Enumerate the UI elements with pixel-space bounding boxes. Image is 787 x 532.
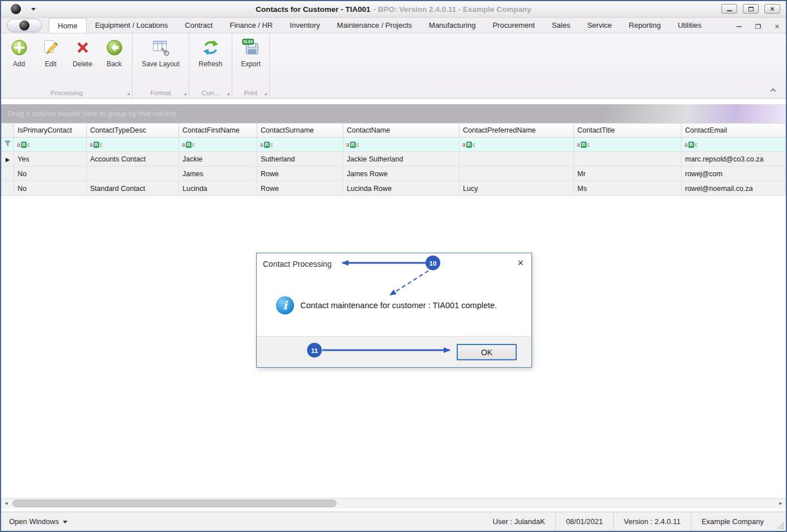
cell-contactname[interactable]: Lucinda Rowe (343, 181, 460, 196)
scroll-right-icon[interactable]: ► (776, 501, 786, 506)
column-header-isprimarycontact[interactable]: IsPrimaryContact (14, 124, 87, 138)
group-dialog-launcher-icon[interactable] (127, 92, 130, 95)
add-button[interactable]: Add (3, 37, 35, 87)
cell-contactemail[interactable]: rowej@com (682, 167, 786, 181)
cell-isprimarycontact[interactable]: Yes (14, 152, 87, 167)
cell-contacttypedesc[interactable]: Accounts Contact (87, 152, 179, 167)
cell-contactemail[interactable]: marc.repsold@co3.co.za (682, 152, 786, 167)
cell-contactsurname[interactable]: Rowe (257, 167, 343, 181)
open-windows-button[interactable]: Open Windows (9, 517, 67, 526)
export-button[interactable]: XLSX Export (235, 37, 267, 87)
cell-contactname[interactable]: Jackie Sutherland (343, 152, 460, 167)
ribbon-group-print: XLSX Export Print (232, 33, 270, 98)
filter-cell-contactname[interactable]: aBc (343, 138, 460, 152)
app-menu-button[interactable] (7, 19, 42, 32)
group-dialog-launcher-icon[interactable] (264, 92, 267, 95)
tab-service[interactable]: Service (578, 18, 620, 33)
maximize-button[interactable] (743, 4, 759, 14)
table-row[interactable]: No James Rowe James Rowe Mr rowej@com (2, 167, 786, 181)
refresh-button[interactable]: Refresh (193, 37, 229, 87)
cell-contacttitle[interactable]: Ms (574, 181, 682, 196)
cell-contacttitle[interactable] (574, 152, 682, 167)
cell-contactemail[interactable]: rowel@noemail.co.za (682, 181, 786, 196)
mdi-close-icon[interactable]: × (775, 23, 779, 30)
column-header-contactemail[interactable]: ContactEmail (682, 124, 786, 138)
cell-contacttypedesc[interactable] (87, 167, 179, 181)
ribbon-collapse-button[interactable] (769, 87, 777, 93)
abc-filter-icon[interactable]: aBc (17, 142, 30, 148)
cell-contactfirstname[interactable]: James (179, 167, 257, 181)
filter-cell-contactfirstname[interactable]: aBc (179, 138, 257, 152)
cell-contacttitle[interactable]: Mr (574, 167, 682, 181)
tab-equipment-locations[interactable]: Equipment / Locations (87, 18, 177, 33)
cell-contactsurname[interactable]: Sutherland (257, 152, 343, 167)
group-dialog-launcher-icon[interactable] (227, 92, 229, 95)
tab-sales[interactable]: Sales (543, 18, 579, 33)
dialog-footer: OK (257, 336, 531, 367)
tab-utilities[interactable]: Utilities (669, 18, 710, 33)
table-row[interactable]: ▶ Yes Accounts Contact Jackie Sutherland… (2, 152, 786, 167)
cell-contactpreferredname[interactable] (460, 152, 574, 167)
back-button[interactable]: Back (99, 37, 130, 87)
column-header-contactpreferredname[interactable]: ContactPreferredName (460, 124, 574, 138)
group-dialog-launcher-icon[interactable] (184, 92, 186, 95)
filter-cell-contactemail[interactable]: aBc (682, 138, 786, 152)
save-layout-button[interactable]: Save Layout (135, 37, 186, 87)
cell-isprimarycontact[interactable]: No (14, 167, 87, 181)
column-header-contacttitle[interactable]: ContactTitle (574, 124, 682, 138)
column-header-contactname[interactable]: ContactName (343, 124, 460, 138)
filter-cell-contactpreferredname[interactable]: aBc (460, 138, 574, 152)
abc-filter-icon[interactable]: aBc (462, 142, 475, 148)
mdi-restore-icon[interactable] (755, 24, 761, 29)
tab-manufacturing[interactable]: Manufacturing (420, 18, 484, 33)
scrollbar-thumb[interactable] (12, 500, 337, 507)
abc-filter-icon[interactable]: aBc (577, 142, 590, 148)
abc-filter-icon[interactable]: aBc (684, 142, 697, 148)
tab-home[interactable]: Home (49, 18, 87, 33)
cell-contactfirstname[interactable]: Lucinda (179, 181, 257, 196)
column-header-contacttypedesc[interactable]: ContactTypeDesc (87, 124, 179, 138)
tab-reporting[interactable]: Reporting (620, 18, 669, 33)
filter-cell-contacttypedesc[interactable]: aBc (87, 138, 179, 152)
filter-cell-isprimarycontact[interactable]: aBc (14, 138, 87, 152)
dialog-close-icon[interactable]: × (517, 258, 524, 268)
close-icon: × (770, 5, 775, 12)
scrollbar-track[interactable] (11, 499, 776, 508)
tab-contract[interactable]: Contract (176, 18, 221, 33)
cell-contactpreferredname[interactable]: Lucy (460, 181, 574, 196)
tab-inventory[interactable]: Inventory (281, 18, 328, 33)
tab-finance-hr[interactable]: Finance / HR (221, 18, 281, 33)
cell-contacttypedesc[interactable]: Standard Contact (87, 181, 179, 196)
ok-button[interactable]: OK (457, 344, 517, 360)
tab-procurement[interactable]: Procurement (484, 18, 543, 33)
abc-filter-icon[interactable]: aBc (90, 142, 103, 148)
scroll-left-icon[interactable]: ◄ (1, 501, 11, 506)
column-header-contactsurname[interactable]: ContactSurname (257, 124, 343, 138)
filter-cell-contacttitle[interactable]: aBc (574, 138, 682, 152)
current-row-indicator-icon: ▶ (6, 156, 10, 163)
maximize-icon (748, 7, 754, 11)
group-by-panel[interactable]: Drag a column header here to group by th… (1, 104, 786, 123)
tab-maintenance-projects[interactable]: Maintenance / Projects (329, 18, 420, 33)
delete-button[interactable]: Delete (67, 37, 99, 87)
cell-contactname[interactable]: James Rowe (343, 167, 460, 181)
status-version: Version : 2.4.0.11 (614, 517, 691, 526)
column-header-contactfirstname[interactable]: ContactFirstName (179, 124, 257, 138)
abc-filter-icon[interactable]: aBc (182, 142, 195, 148)
contacts-grid: IsPrimaryContact ContactTypeDesc Contact… (1, 123, 786, 196)
cell-contactfirstname[interactable]: Jackie (179, 152, 257, 167)
filter-cell-contactsurname[interactable]: aBc (257, 138, 343, 152)
abc-filter-icon[interactable]: aBc (260, 142, 273, 148)
close-button[interactable]: × (764, 4, 780, 14)
edit-button[interactable]: Edit (35, 37, 67, 87)
horizontal-scrollbar[interactable]: ◄ ► (1, 498, 786, 508)
cell-isprimarycontact[interactable]: No (14, 181, 87, 196)
resize-grip-icon[interactable] (776, 521, 784, 529)
minimize-button[interactable] (721, 4, 737, 14)
mdi-minimize-icon[interactable] (737, 26, 742, 27)
table-row[interactable]: No Standard Contact Lucinda Rowe Lucinda… (2, 181, 786, 196)
cell-contactpreferredname[interactable] (460, 167, 574, 181)
dialog-body: i Contact maintenance for customer : TIA… (257, 275, 531, 336)
cell-contactsurname[interactable]: Rowe (257, 181, 343, 196)
abc-filter-icon[interactable]: aBc (346, 142, 359, 148)
